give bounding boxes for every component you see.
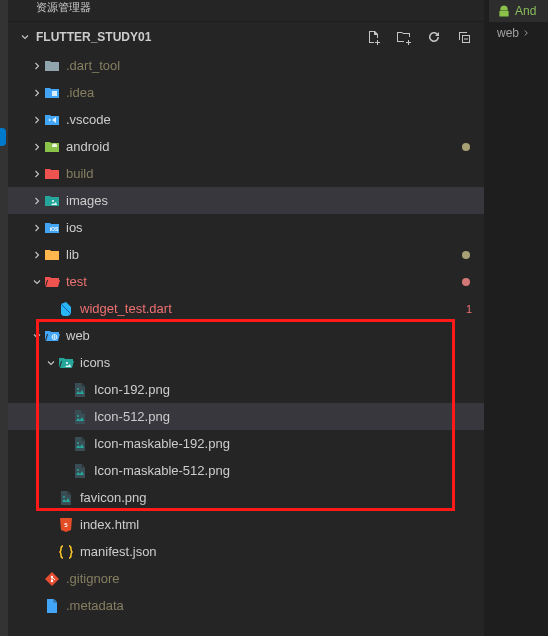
folder-row[interactable]: images [8, 187, 484, 214]
item-label: ios [66, 220, 484, 235]
file-icon [58, 544, 74, 560]
chevron-right-icon[interactable] [30, 248, 44, 262]
svg-point-1 [52, 200, 54, 202]
item-label: .dart_tool [66, 58, 484, 73]
file-icon: 5 [58, 517, 74, 533]
item-label: favicon.png [80, 490, 484, 505]
chevron-right-icon[interactable] [30, 140, 44, 154]
item-label: manifest.json [80, 544, 484, 559]
svg-rect-0 [52, 91, 57, 96]
item-label: widget_test.dart [80, 301, 466, 316]
chevron-down-icon[interactable] [30, 275, 44, 289]
folder-icon [44, 328, 60, 344]
item-label: .metadata [66, 598, 484, 613]
project-header[interactable]: FLUTTER_STUDY01 [8, 22, 484, 52]
project-name: FLUTTER_STUDY01 [36, 30, 151, 44]
file-row[interactable]: favicon.png [8, 484, 484, 511]
error-dot-icon [462, 278, 470, 286]
item-label: icons [80, 355, 484, 370]
folder-row[interactable]: iOSios [8, 214, 484, 241]
chevron-right-icon[interactable] [30, 221, 44, 235]
file-row[interactable]: Icon-maskable-192.png [8, 430, 484, 457]
explorer-panel: 资源管理器 FLUTTER_STUDY01 .dart_tool.idea.vs… [8, 0, 484, 636]
item-label: .vscode [66, 112, 484, 127]
item-label: build [66, 166, 484, 181]
folder-row[interactable]: web [8, 322, 484, 349]
file-row[interactable]: .gitignore [8, 565, 484, 592]
breadcrumb-item: web [497, 26, 519, 40]
android-icon [497, 4, 511, 18]
file-icon [44, 598, 60, 614]
svg-point-8 [77, 469, 79, 471]
file-icon [72, 436, 88, 452]
item-label: Icon-192.png [94, 382, 484, 397]
item-label: android [66, 139, 462, 154]
chevron-right-icon[interactable] [30, 86, 44, 100]
tab-label: And [515, 4, 536, 18]
file-icon [58, 490, 74, 506]
folder-icon [58, 355, 74, 371]
svg-point-4 [66, 362, 68, 364]
folder-row[interactable]: .idea [8, 79, 484, 106]
file-icon [72, 463, 88, 479]
modified-dot-icon [462, 251, 470, 259]
file-row[interactable]: Icon-192.png [8, 376, 484, 403]
svg-point-6 [77, 415, 79, 417]
file-row[interactable]: 5index.html [8, 511, 484, 538]
folder-icon [44, 247, 60, 263]
folder-row[interactable]: test [8, 268, 484, 295]
folder-row[interactable]: lib [8, 241, 484, 268]
file-icon [72, 409, 88, 425]
folder-icon [44, 193, 60, 209]
editor-tab[interactable]: And [489, 0, 548, 22]
new-folder-icon[interactable] [396, 29, 412, 45]
item-label: test [66, 274, 462, 289]
item-label: index.html [80, 517, 484, 532]
folder-row[interactable]: .vscode [8, 106, 484, 133]
folder-row[interactable]: icons [8, 349, 484, 376]
project-header-left: FLUTTER_STUDY01 [18, 30, 151, 44]
collapse-all-icon[interactable] [456, 29, 472, 45]
explorer-title: 资源管理器 [36, 0, 91, 15]
modified-dot-icon [462, 143, 470, 151]
folder-icon [44, 166, 60, 182]
folder-row[interactable]: .dart_tool [8, 52, 484, 79]
new-file-icon[interactable] [366, 29, 382, 45]
item-label: Icon-maskable-512.png [94, 463, 484, 478]
chevron-right-icon[interactable] [30, 113, 44, 127]
chevron-down-icon [18, 30, 32, 44]
chevron-right-icon[interactable] [30, 167, 44, 181]
folder-icon [44, 58, 60, 74]
chevron-down-icon[interactable] [44, 356, 58, 370]
item-label: .gitignore [66, 571, 484, 586]
folder-icon [44, 112, 60, 128]
item-label: Icon-maskable-192.png [94, 436, 484, 451]
refresh-icon[interactable] [426, 29, 442, 45]
file-icon [44, 571, 60, 587]
file-icon [72, 382, 88, 398]
chevron-right-icon[interactable] [30, 59, 44, 73]
folder-icon [44, 274, 60, 290]
file-row[interactable]: manifest.json [8, 538, 484, 565]
file-row[interactable]: widget_test.dart1 [8, 295, 484, 322]
chevron-right-icon[interactable] [30, 194, 44, 208]
folder-row[interactable]: android [8, 133, 484, 160]
item-label: lib [66, 247, 462, 262]
file-icon [58, 301, 74, 317]
item-label: images [66, 193, 484, 208]
file-row[interactable]: .metadata [8, 592, 484, 619]
error-count-badge: 1 [466, 303, 484, 315]
file-row[interactable]: Icon-512.png [8, 403, 484, 430]
folder-icon [44, 139, 60, 155]
chevron-right-icon [521, 28, 531, 38]
editor-area: And web [488, 0, 548, 52]
breadcrumb[interactable]: web [489, 22, 548, 44]
file-row[interactable]: Icon-maskable-512.png [8, 457, 484, 484]
folder-icon: iOS [44, 220, 60, 236]
activity-bar [0, 0, 8, 636]
folder-row[interactable]: build [8, 160, 484, 187]
explorer-title-bar: 资源管理器 [8, 0, 484, 22]
chevron-down-icon[interactable] [30, 329, 44, 343]
header-actions [366, 29, 476, 45]
svg-point-5 [77, 388, 79, 390]
